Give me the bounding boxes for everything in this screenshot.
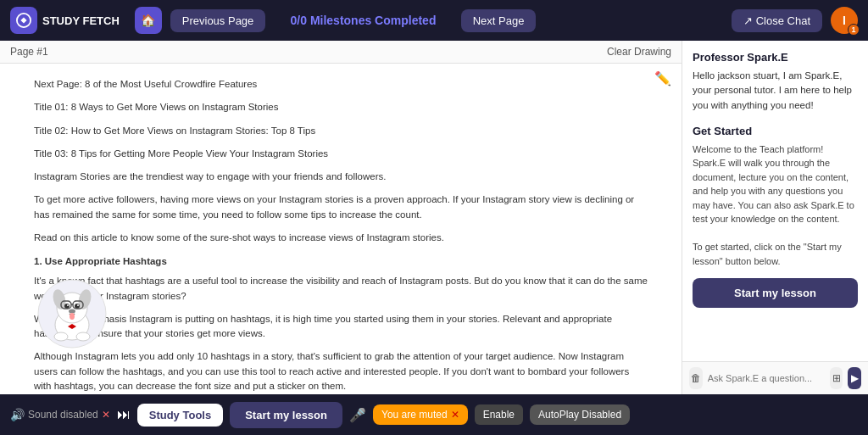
close-chat-button[interactable]: ↗ Close Chat: [732, 9, 822, 32]
chat-input-area: 🗑 ⊞ ▶: [682, 361, 868, 394]
svg-point-16: [76, 332, 90, 341]
svg-point-15: [54, 332, 68, 341]
svg-point-10: [69, 310, 75, 314]
avatar-initial: I: [843, 14, 846, 27]
chat-messages: Professor Spark.E Hello jackson stuart, …: [682, 41, 868, 361]
main-content: Page #1 Clear Drawing ✏️ Next Page: 8 of…: [0, 41, 868, 394]
avatar-badge: 1: [848, 24, 860, 36]
doc-para-3: Read on this article to know some of the…: [34, 231, 648, 245]
autoplay-disabled-button[interactable]: AutoPlay Disabled: [530, 404, 630, 425]
expand-icon-button[interactable]: ⊞: [830, 367, 843, 389]
muted-label: You are muted: [381, 409, 448, 421]
sound-icon: 🔊: [10, 408, 25, 421]
milestone-count: 0/0: [291, 14, 307, 27]
doc-line-4: Title 03: 8 Tips for Getting More People…: [34, 147, 648, 161]
study-tools-button[interactable]: Study Tools: [137, 404, 223, 427]
svg-point-8: [67, 304, 69, 306]
get-started-message: Welcome to the Teach platform! Spark.E w…: [693, 142, 858, 269]
doc-toolbar: Page #1 Clear Drawing: [0, 41, 682, 64]
doc-line-3: Title 02: How to Get More Views on Insta…: [34, 124, 648, 138]
home-button[interactable]: 🏠: [135, 7, 162, 34]
muted-x-icon: ✕: [451, 409, 459, 421]
top-navigation: STUDY FETCH 🏠 Previous Page 0/0 Mileston…: [0, 0, 868, 41]
sound-disabled-label: Sound disabled: [28, 409, 98, 421]
start-my-lesson-button[interactable]: Start my lesson: [693, 278, 858, 308]
logo: STUDY FETCH: [10, 7, 120, 34]
close-chat-icon: ↗: [743, 14, 753, 27]
svg-point-11: [70, 313, 75, 320]
doc-para-5: With all the emphasis Instagram is putti…: [34, 312, 648, 342]
logo-text: STUDY FETCH: [42, 14, 120, 27]
muted-badge: You are muted ✕: [373, 404, 468, 425]
svg-point-7: [75, 304, 80, 309]
document-area: Page #1 Clear Drawing ✏️ Next Page: 8 of…: [0, 41, 682, 394]
chat-panel: Professor Spark.E Hello jackson stuart, …: [682, 41, 868, 394]
doc-line-1: Next Page: 8 of the Most Useful Crowdfir…: [34, 77, 648, 92]
enable-button[interactable]: Enable: [475, 404, 523, 425]
clear-drawing-button[interactable]: Clear Drawing: [607, 46, 671, 58]
page-label: Page #1: [10, 46, 48, 58]
sound-x-icon: ✕: [102, 409, 110, 421]
doc-para-6: Although Instagram lets you add only 10 …: [34, 349, 648, 393]
previous-page-button[interactable]: Previous Page: [170, 9, 266, 32]
doc-line-2: Title 01: 8 Ways to Get More Views on In…: [34, 100, 648, 114]
milestone-badge: 0/0 Milestones Completed: [274, 14, 452, 27]
sound-area: 🔊 Sound disabled ✕: [10, 408, 110, 421]
svg-point-6: [64, 304, 70, 309]
microphone-button[interactable]: 🎤: [349, 407, 366, 423]
send-button[interactable]: ▶: [848, 367, 861, 389]
get-started-title: Get Started: [693, 125, 858, 137]
chat-input[interactable]: [708, 373, 825, 383]
professor-name: Professor Spark.E: [693, 51, 858, 64]
bottom-bar: 🔊 Sound disabled ✕ ⏭ Study Tools Start m…: [0, 394, 868, 435]
logo-icon: [10, 7, 37, 34]
next-page-button[interactable]: Next Page: [461, 9, 537, 32]
doc-para-4: It's a known fact that hashtags are a us…: [34, 274, 648, 304]
pencil-icon[interactable]: ✏️: [654, 70, 671, 86]
avatar[interactable]: I 1: [831, 7, 858, 34]
skip-forward-button[interactable]: ⏭: [117, 407, 131, 422]
mascot-image: [34, 276, 110, 352]
professor-message: Hello jackson stuart, I am Spark.E, your…: [693, 69, 858, 113]
start-my-lesson-bottom-button[interactable]: Start my lesson: [230, 402, 342, 428]
delete-icon-button[interactable]: 🗑: [689, 367, 703, 389]
doc-para-2: To get more active followers, having mor…: [34, 192, 648, 222]
doc-section-1: 1. Use Appropriate Hashtags: [34, 254, 648, 269]
milestone-label: Milestones Completed: [310, 14, 437, 27]
svg-point-9: [77, 304, 79, 306]
doc-para-1: Instagram Stories are the trendiest way …: [34, 170, 648, 184]
close-chat-label: Close Chat: [756, 14, 810, 27]
